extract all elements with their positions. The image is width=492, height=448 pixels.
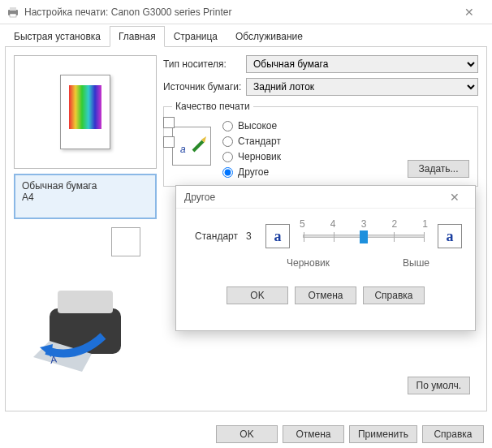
svg-rect-1 [10, 7, 16, 11]
slider-value: 3 [246, 230, 257, 242]
slider-caption-left: Черновик [287, 257, 330, 269]
quality-radio-high[interactable]: Высокое [222, 120, 281, 131]
close-icon[interactable]: ✕ [453, 6, 486, 19]
tab-quick[interactable]: Быстрая установка [5, 26, 110, 47]
checkbox-stub-2[interactable] [163, 136, 175, 148]
tab-strip: Быстрая установка Главная Страница Обслу… [0, 24, 492, 47]
paper-source-select[interactable]: Задний лоток [246, 78, 478, 96]
apply-button[interactable]: Применить [349, 425, 417, 443]
set-button[interactable]: Задать... [408, 160, 469, 178]
help-button[interactable]: Справка [422, 425, 484, 443]
media-type-label: Тип носителя: [163, 58, 246, 70]
svg-text:a: a [180, 144, 186, 155]
dialog-help-button[interactable]: Справка [363, 286, 425, 304]
quality-radio-custom[interactable]: Другое [222, 166, 281, 178]
custom-quality-dialog: Другое ✕ Стандарт 3 a 5 4 3 2 1 [175, 185, 476, 331]
quality-radio-standard[interactable]: Стандарт [222, 136, 281, 147]
window-title: Настройка печати: Canon G3000 series Pri… [24, 6, 453, 18]
tab-service[interactable]: Обслуживание [227, 26, 312, 47]
quality-legend: Качество печати [172, 101, 253, 112]
quality-group: Качество печати a Высокое Стандарт Черно… [163, 101, 478, 187]
page-preview [14, 55, 157, 169]
svg-rect-4 [58, 291, 113, 313]
paper-source-label: Источник бумаги: [163, 81, 246, 93]
dialog-ok-button[interactable]: OK [227, 286, 288, 304]
checkbox-stub-1[interactable] [163, 117, 175, 128]
printer-icon [6, 6, 19, 19]
dialog-close-icon[interactable]: ✕ [442, 191, 467, 204]
selection-info: Обычная бумага A4 [14, 174, 157, 219]
quality-icon: a [172, 127, 211, 166]
media-type-select[interactable]: Обычная бумага [246, 55, 478, 73]
tab-main[interactable]: Главная [110, 26, 165, 47]
cancel-button[interactable]: Отмена [283, 425, 344, 443]
ok-button[interactable]: OK [216, 425, 278, 443]
draft-icon: a [265, 224, 290, 248]
dialog-title: Другое [184, 192, 215, 203]
slider-caption-right: Выше [403, 257, 429, 269]
quality-radio-draft[interactable]: Черновик [222, 151, 281, 162]
dialog-cancel-button[interactable]: Отмена [295, 286, 356, 304]
high-icon: a [438, 224, 462, 248]
slider-label: Стандарт [189, 230, 238, 242]
svg-rect-2 [10, 14, 16, 17]
quality-slider[interactable] [303, 235, 425, 238]
info-size: A4 [22, 192, 149, 203]
printer-image: A [14, 261, 157, 403]
info-media: Обычная бумага [22, 180, 149, 192]
color-swatch [111, 227, 140, 256]
tab-page[interactable]: Страница [165, 26, 227, 47]
defaults-button[interactable]: По умолч. [408, 377, 470, 394]
